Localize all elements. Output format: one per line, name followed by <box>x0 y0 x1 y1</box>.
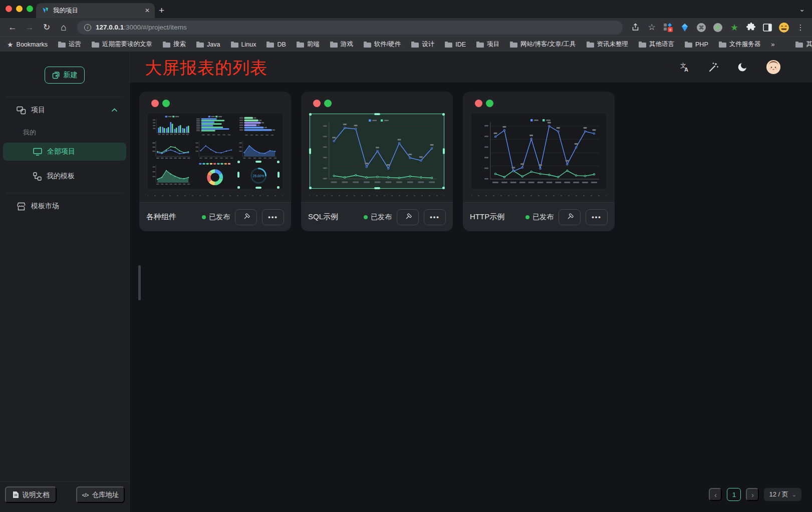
code-icon: </> <box>82 492 89 498</box>
edit-hammer-button[interactable] <box>235 209 257 225</box>
bookmark-folder[interactable]: Java <box>196 41 220 48</box>
sidebar-section-project[interactable]: 项目 <box>0 102 130 119</box>
tab-close-icon[interactable]: ✕ <box>145 7 150 14</box>
selection-handle[interactable] <box>237 161 240 163</box>
selection-handle[interactable] <box>442 187 445 189</box>
tab-strip: 我的项目 ✕ + ⌄ <box>0 0 812 18</box>
mini-chart <box>238 138 279 162</box>
selection-handle[interactable] <box>278 172 280 178</box>
selection-handle[interactable] <box>255 187 261 189</box>
close-window-button[interactable] <box>6 6 12 12</box>
project-card[interactable]: 25.00%各种组件已发布••• <box>139 92 291 231</box>
project-card[interactable]: SQL示例已发布••• <box>301 92 453 231</box>
back-button[interactable]: ← <box>5 23 20 33</box>
project-card[interactable]: HTTP示例已发布••• <box>463 92 615 231</box>
bookmark-folder[interactable]: IDE <box>445 41 466 48</box>
tab-search-chevron-icon[interactable]: ⌄ <box>799 5 805 13</box>
project-thumbnail[interactable] <box>471 114 606 189</box>
new-tab-button[interactable]: + <box>159 4 164 17</box>
goview-favicon-icon <box>41 7 49 15</box>
side-panel-icon[interactable] <box>761 21 774 34</box>
more-options-button[interactable]: ••• <box>586 209 608 225</box>
scrollbar-thumb[interactable] <box>138 265 141 300</box>
project-screens-icon <box>17 106 26 115</box>
language-icon[interactable]: 文 A <box>679 62 690 73</box>
user-avatar[interactable] <box>766 60 781 75</box>
bookmarks-overflow-chevron[interactable]: » <box>771 41 774 48</box>
prev-page-button[interactable]: ‹ <box>709 488 722 501</box>
dark-mode-moon-icon[interactable] <box>737 62 748 73</box>
bookmarks-manager[interactable]: ★ Bookmarks <box>7 41 48 49</box>
chevron-up-icon[interactable] <box>111 108 118 112</box>
card-status: 已发布 <box>525 213 554 222</box>
share-button[interactable] <box>629 21 642 34</box>
selection-handle[interactable] <box>442 113 445 116</box>
bookmark-folder[interactable]: 搜索 <box>163 40 186 49</box>
bookmark-folder[interactable]: PHP <box>685 41 708 48</box>
bookmark-folder[interactable]: 网站/博客/文章/工具 <box>510 40 576 49</box>
selection-handle[interactable] <box>237 186 240 189</box>
selection-handle[interactable] <box>237 172 239 178</box>
extension-command-icon[interactable]: ⌘ <box>695 21 708 34</box>
bookmark-folder[interactable]: Linux <box>231 41 256 48</box>
mini-chart <box>195 138 235 162</box>
bookmark-star-button[interactable]: ☆ <box>645 21 658 34</box>
selection-handle[interactable] <box>309 187 312 189</box>
forward-button[interactable]: → <box>22 23 37 33</box>
page-size-select[interactable]: 12 / 页 ⌄ <box>764 488 801 501</box>
bookmark-folder[interactable]: 近期需要读的文章 <box>92 40 152 49</box>
other-bookmarks-folder[interactable]: 其他书签 <box>795 40 812 49</box>
extensions-puzzle-icon[interactable] <box>744 21 757 34</box>
sidebar-item-my-templates[interactable]: 我的模板 <box>0 168 130 185</box>
browser-tab[interactable]: 我的项目 ✕ <box>36 3 155 18</box>
address-bar[interactable]: i 127.0.0.1:3000/#/project/items <box>77 21 623 35</box>
selection-handle[interactable] <box>255 161 261 163</box>
bookmark-folder[interactable]: 前端 <box>297 40 320 49</box>
selection-handle[interactable] <box>443 148 445 154</box>
bookmark-folder[interactable]: 其他语言 <box>639 40 674 49</box>
extension-star-icon[interactable]: ★ <box>728 21 741 34</box>
edit-hammer-button[interactable] <box>397 209 419 225</box>
home-button[interactable]: ⌂ <box>56 22 71 33</box>
project-thumbnail[interactable] <box>310 114 444 189</box>
minimize-window-button[interactable] <box>16 6 23 12</box>
folder-icon <box>445 42 452 48</box>
bookmark-folder[interactable]: 游戏 <box>330 40 353 49</box>
bookmark-folder[interactable]: 文件服务器 <box>719 40 761 49</box>
browser-menu-icon[interactable]: ⋮ <box>794 21 807 34</box>
more-options-button[interactable]: ••• <box>262 209 284 225</box>
selection-handle[interactable] <box>374 113 380 115</box>
reload-button[interactable]: ↻ <box>39 22 54 33</box>
new-project-button[interactable]: 新建 <box>45 67 85 84</box>
extension-record-icon[interactable] <box>711 21 724 34</box>
next-page-button[interactable]: › <box>746 488 759 501</box>
bookmark-folder[interactable]: DB <box>266 41 286 48</box>
bookmark-folder[interactable]: 软件/硬件 <box>364 40 401 49</box>
selection-handle[interactable] <box>374 187 380 189</box>
extension-gem-icon[interactable] <box>678 21 691 34</box>
sidebar-item-all-projects[interactable]: 全部项目 <box>3 143 126 161</box>
selection-handle[interactable] <box>309 113 312 116</box>
bookmark-folder[interactable]: 项目 <box>476 40 499 49</box>
bookmark-folder[interactable]: 设计 <box>411 40 434 49</box>
selection-handle[interactable] <box>309 148 311 154</box>
magic-wand-icon[interactable] <box>708 62 719 73</box>
sidebar-item-template-market[interactable]: 模板市场 <box>0 198 130 215</box>
selection-handle[interactable] <box>277 161 280 163</box>
zoom-window-button[interactable] <box>27 6 33 12</box>
current-page-button[interactable]: 1 <box>727 488 741 501</box>
folder-icon <box>639 42 646 48</box>
url-text[interactable]: 127.0.0.1:3000/#/project/items <box>96 24 187 31</box>
selection-handle[interactable] <box>277 186 280 189</box>
bookmark-folder[interactable]: 运营 <box>58 40 81 49</box>
extension-grid-icon[interactable]: 9 <box>662 21 675 34</box>
docs-button[interactable]: 说明文档 <box>5 486 57 503</box>
browser-toolbar: ← → ↻ ⌂ i 127.0.0.1:3000/#/project/items… <box>0 18 812 37</box>
project-thumbnail[interactable]: 25.00% <box>148 114 283 189</box>
edit-hammer-button[interactable] <box>559 209 581 225</box>
site-info-icon[interactable]: i <box>84 24 91 31</box>
more-options-button[interactable]: ••• <box>424 209 446 225</box>
bookmark-folder[interactable]: 资讯未整理 <box>587 40 629 49</box>
repo-button[interactable]: </> 仓库地址 <box>76 486 125 503</box>
profile-avatar-icon[interactable] <box>777 21 790 34</box>
